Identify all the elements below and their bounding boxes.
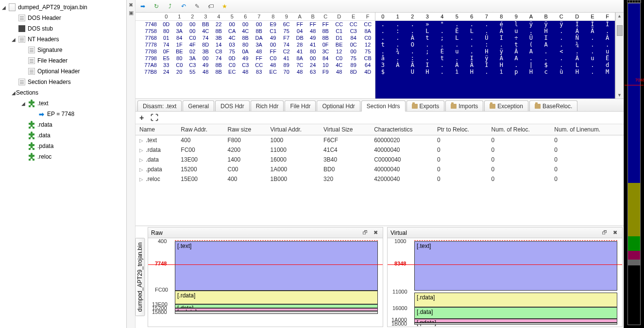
tree-section-rdata[interactable]: .rdata (0, 119, 126, 130)
tree-entry-point[interactable]: ➡ EP = 7748 (0, 109, 126, 119)
tree-root[interactable]: dumped_APT29_trojan.bin (0, 2, 126, 13)
tree-section-reloc[interactable]: .reloc (0, 151, 126, 162)
tab-disasm[interactable]: Disasm: .text (137, 100, 182, 111)
left-gutter: ✖ ▣ (127, 0, 136, 328)
section-headers-icon (18, 78, 26, 86)
raw-map-title: Raw (151, 230, 163, 236)
tab-exports[interactable]: Exports (407, 100, 445, 111)
tree-dos-stub[interactable]: DOS stub (0, 23, 126, 34)
close-icon[interactable]: ✖ (611, 229, 619, 237)
signature-icon (28, 46, 35, 54)
add-section-button[interactable]: + (139, 114, 144, 122)
tree-sections[interactable]: Sections (0, 87, 126, 98)
tab-file-hdr[interactable]: File Hdr (285, 100, 316, 111)
folder-icon (451, 104, 457, 109)
puzzle-icon (28, 121, 35, 129)
pe-tree-panel: dumped_APT29_trojan.bin DOS Header DOS s… (0, 0, 127, 328)
tree-signature[interactable]: Signature (0, 45, 126, 55)
section-toolbar: + ⛶ (136, 112, 624, 124)
tag-button[interactable]: 🏷 (206, 2, 215, 11)
tab-general[interactable]: General (183, 100, 214, 111)
tree-root-label: dumped_APT29_trojan.bin (18, 4, 87, 11)
caret-icon[interactable] (20, 101, 26, 106)
undo-button[interactable]: ↶ (179, 2, 188, 11)
table-row[interactable]: ▷ .text400F8001000F6CF60000020000 (136, 135, 624, 146)
puzzle-icon (28, 99, 35, 107)
section-headers-table-wrap: NameRaw Addr.Raw sizeVirtual Addr.Virtua… (136, 124, 624, 226)
expand-button[interactable]: ⛶ (151, 114, 158, 122)
restore-icon[interactable]: 🗗 (600, 229, 609, 237)
nt-headers-icon (18, 35, 26, 43)
table-row[interactable]: ▷ .pdata15200C001A000BD040000040000 (136, 164, 624, 174)
step-button[interactable]: ⤴ (166, 2, 174, 11)
dos-stub-icon (18, 25, 26, 33)
file-icon (8, 3, 16, 11)
caret-icon[interactable] (11, 37, 16, 42)
raw-map-body[interactable]: 400 [.text] 7748 FC00 [.rdata] 13E00 [.d… (148, 238, 383, 327)
bottom-file-tab[interactable]: dumped_APT29_trojan.bin (136, 238, 145, 316)
tree-section-text[interactable]: .text (0, 98, 126, 109)
tree-file-header[interactable]: File Header (0, 55, 126, 66)
tab-optional-hdr[interactable]: Optional Hdr (317, 100, 360, 111)
pin-panel-button[interactable]: ▣ (128, 10, 135, 16)
close-icon[interactable]: ✖ (372, 229, 380, 237)
virtual-map-title: Virtual (390, 230, 407, 236)
tab-exception[interactable]: Exception (484, 100, 528, 111)
tab-imports[interactable]: Imports (445, 100, 483, 111)
virtual-map-panel: Virtual 🗗 ✖ 1000 [.text] 8348 11000 [.rd… (387, 227, 623, 327)
tree-section-data[interactable]: .data (0, 130, 126, 141)
main-area: ✖ ▣ ➡ ↻ ⤴ ↶ ✎ 🏷 ★ 0123456789ABCDEF77480D… (127, 0, 624, 328)
detail-tabs: Disasm: .text General DOS Hdr Rich Hdr F… (136, 99, 624, 112)
virtual-map-body[interactable]: 1000 [.text] 8348 11000 [.rdata] 16000 [… (388, 238, 622, 327)
tree-section-pdata[interactable]: .pdata (0, 141, 126, 151)
overview-mark-label: 7048 (635, 78, 644, 82)
tree-nt-headers[interactable]: NT Headers (0, 34, 126, 45)
tab-section-hdrs[interactable]: Section Hdrs (361, 100, 406, 112)
caret-icon[interactable] (1, 5, 6, 10)
toolbar: ➡ ↻ ⤴ ↶ ✎ 🏷 ★ (136, 0, 624, 13)
tree-optional-header[interactable]: Optional Header (0, 66, 126, 77)
restore-icon[interactable]: 🗗 (360, 229, 370, 237)
bottom-tab-dock: dumped_APT29_trojan.bin (136, 226, 145, 328)
optional-header-icon (28, 67, 35, 75)
dos-header-icon (18, 14, 26, 22)
table-row[interactable]: ▷ .rdataFC0042001100041C440000040000 (136, 145, 624, 155)
puzzle-icon (28, 131, 35, 139)
puzzle-icon (28, 153, 35, 161)
folder-icon (412, 104, 418, 109)
section-headers-table[interactable]: NameRaw Addr.Raw sizeVirtual Addr.Virtua… (136, 124, 624, 184)
star-button[interactable]: ★ (220, 2, 229, 11)
caret-icon[interactable] (11, 90, 16, 96)
table-row[interactable]: ▷ .reloc15E004001B00032042000040000 (136, 174, 624, 184)
hex-viewer: 0123456789ABCDEF77480D0000BB22000000E96C… (136, 13, 624, 99)
arrow-right-icon: ➡ (37, 110, 45, 118)
edit-button[interactable]: ✎ (193, 2, 202, 11)
raw-map-panel: Raw 🗗 ✖ 400 [.text] 7748 FC00 [.rdata] 1… (148, 227, 383, 327)
tree-dos-header[interactable]: DOS Header (0, 13, 126, 23)
close-panel-button[interactable]: ✖ (128, 2, 135, 9)
tab-dos-hdr[interactable]: DOS Hdr (215, 100, 250, 111)
hex-bytes-panel[interactable]: 0123456789ABCDEF77480D0000BB22000000E96C… (136, 13, 375, 98)
folder-icon (490, 104, 495, 109)
refresh-button[interactable]: ↻ (152, 2, 161, 11)
folder-icon (535, 104, 541, 109)
memory-maps: dumped_APT29_trojan.bin Raw 🗗 ✖ 400 [.te… (136, 226, 624, 328)
tab-basereloc[interactable]: BaseReloc. (529, 100, 577, 111)
hex-scrollbar[interactable] (615, 13, 624, 98)
table-row[interactable]: ▷ .data13E001400160003B40C0000040000 (136, 155, 624, 164)
puzzle-icon (28, 142, 35, 150)
hex-ascii-panel[interactable]: 0123456789ABCDEF...»"...élÿÿÿÌÌÌ.:.L.ÊL.… (375, 13, 615, 98)
tree-section-headers[interactable]: Section Headers (0, 77, 126, 87)
tab-rich-hdr[interactable]: Rich Hdr (251, 100, 284, 111)
go-forward-button[interactable]: ➡ (138, 2, 147, 11)
file-header-icon (28, 57, 35, 65)
overview-strip[interactable]: 7048 (624, 0, 644, 328)
